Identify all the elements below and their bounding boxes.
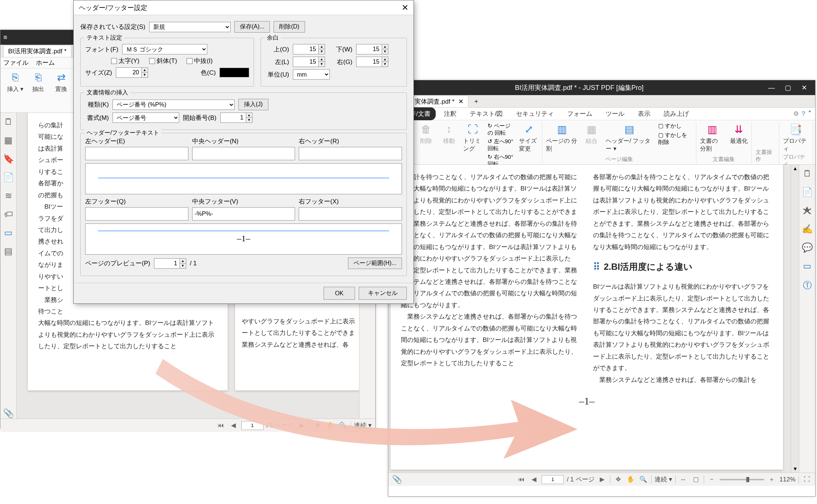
thumbs-icon[interactable]: ▦ <box>4 135 13 145</box>
notes-icon[interactable]: 🗒 <box>803 168 812 179</box>
right-footer-input[interactable] <box>299 207 402 221</box>
stamp-icon[interactable]: 🟊 <box>803 205 812 216</box>
tab-security[interactable]: セキュリティ <box>511 107 559 120</box>
kind-select[interactable]: ページ番号 (%P%) <box>113 100 235 110</box>
left-header-input[interactable] <box>85 147 188 160</box>
italic-checkbox[interactable]: 斜体(T) <box>149 57 177 65</box>
close-icon[interactable]: ✕ <box>402 3 408 13</box>
outline-checkbox[interactable]: 中抜(I) <box>187 57 212 65</box>
cancel-button[interactable]: キャンセル <box>359 287 407 300</box>
page-input[interactable] <box>542 475 564 484</box>
page-input[interactable] <box>241 421 264 430</box>
save-button[interactable]: 保存(A)... <box>234 21 270 33</box>
collapse-ribbon-icon[interactable]: ˄ <box>808 110 811 118</box>
left-spinner[interactable]: ▲▼ <box>293 57 325 67</box>
unit-select[interactable]: mm <box>293 69 330 80</box>
sign-icon[interactable]: ✍ <box>802 224 813 234</box>
startno-spinner[interactable]: ▲▼ <box>220 112 252 123</box>
font-select[interactable]: ＭＳ ゴシック <box>122 44 207 54</box>
rotate-left-button[interactable]: ↺ 左へ90° 回転 <box>488 138 514 152</box>
fullscreen-icon[interactable]: ⛶ <box>802 475 811 484</box>
format-select[interactable]: ページ番号 <box>113 112 179 123</box>
help-icon[interactable]: ? <box>802 110 805 118</box>
minimize-button[interactable]: — <box>763 80 780 95</box>
prev-page-icon[interactable]: ◀ <box>529 475 539 484</box>
cursor-icon[interactable]: ✥ <box>613 475 623 484</box>
ok-button[interactable]: OK <box>324 287 355 300</box>
replace-button[interactable]: ⇄置換 <box>52 71 70 93</box>
tab-read-aloud[interactable]: 読み上げ <box>659 107 694 120</box>
trimming-button[interactable]: ⛶トリミング <box>463 122 482 153</box>
header-footer-button[interactable]: ▤ヘッダー/ フッター ▾ <box>606 122 653 153</box>
hand-icon[interactable]: ✋ <box>325 421 335 430</box>
text-select-icon[interactable]: ▭ <box>4 228 13 238</box>
form-icon[interactable]: ▤ <box>4 246 13 256</box>
zoom-slider[interactable] <box>720 479 764 480</box>
prev-page-icon[interactable]: ◀ <box>229 421 238 430</box>
cursor-icon[interactable]: ✥ <box>313 421 322 430</box>
attachment-icon[interactable]: 📎 <box>3 408 14 419</box>
tab-annotation[interactable]: 注釈 <box>439 107 462 120</box>
split-page-button[interactable]: ▥ページの 分割 <box>546 122 577 153</box>
menu-file[interactable]: ファイル <box>3 58 29 67</box>
document-tab[interactable]: BI活用実体調査.pdf * <box>3 45 71 57</box>
split-doc-button[interactable]: ▥文書の 分割 <box>700 122 725 153</box>
maximize-button[interactable]: ▢ <box>780 80 796 95</box>
zoom-out-icon[interactable]: − <box>707 475 717 484</box>
view-mode-select[interactable]: 連続 ▾ <box>354 421 372 430</box>
doc-icon[interactable]: 📄 <box>3 172 14 182</box>
optimize-button[interactable]: ⇊最適化 <box>730 122 748 145</box>
center-header-input[interactable] <box>192 147 295 160</box>
menu-home[interactable]: ホーム <box>36 58 55 67</box>
watermark-delete-button[interactable]: ▢ すかしを削除 <box>658 132 692 146</box>
hand-icon[interactable]: ✋ <box>626 475 636 484</box>
notes-icon[interactable]: 🗒 <box>4 117 13 127</box>
attachment-icon[interactable]: 📎 <box>392 475 402 484</box>
watermark-button[interactable]: ▢ すかし <box>658 122 692 130</box>
resize-button[interactable]: ⤢サイズ変更 <box>519 122 538 153</box>
fit-page-icon[interactable]: ▢ <box>691 475 701 484</box>
first-page-icon[interactable]: ⏮ <box>516 475 526 484</box>
close-button[interactable]: ✕ <box>796 80 812 95</box>
right-header-input[interactable] <box>299 147 402 160</box>
view-mode-select[interactable]: 連続 ▾ <box>654 475 672 484</box>
tag-icon[interactable]: 🏷 <box>4 209 13 219</box>
delete-button[interactable]: 削除(D) <box>274 21 305 33</box>
preview-page-spinner[interactable]: ▲▼ <box>154 258 186 269</box>
comment-icon[interactable]: 💬 <box>802 242 813 253</box>
properties-button[interactable]: 📑プロパティ <box>783 122 809 153</box>
tab-tools[interactable]: ツール <box>600 107 630 120</box>
page-range-button[interactable]: ページ範囲(H)... <box>348 258 402 269</box>
zoom-icon[interactable]: 🔍 <box>338 421 348 430</box>
next-page-icon[interactable]: ▶ <box>597 475 607 484</box>
zoom-in-icon[interactable]: ＋ <box>767 475 777 484</box>
top-spinner[interactable]: ▲▼ <box>293 44 325 54</box>
extract-button[interactable]: ⎗抽出 <box>29 71 47 93</box>
tab-text-figure[interactable]: テキスト/図 <box>465 107 508 120</box>
text-select-icon[interactable]: ▭ <box>803 261 811 271</box>
text-type-icon[interactable]: Ⓣ <box>803 279 812 291</box>
layers-icon[interactable]: ≋ <box>5 191 12 201</box>
under-spinner[interactable]: ▲▼ <box>356 44 388 54</box>
right-spinner[interactable]: ▲▼ <box>356 57 388 67</box>
first-page-icon[interactable]: ⏮ <box>216 421 226 430</box>
new-tab-button[interactable]: ＋ <box>472 97 481 106</box>
saved-settings-select[interactable]: 新規 <box>149 22 231 32</box>
close-tab-icon[interactable]: ✕ <box>458 98 463 105</box>
insert-button[interactable]: ⎘挿入 ▾ <box>6 71 24 93</box>
bold-checkbox[interactable]: 太字(Y) <box>111 57 140 65</box>
bookmark-icon[interactable]: 🔖 <box>3 154 14 164</box>
zoom-icon[interactable]: 🔍 <box>639 475 648 484</box>
color-well[interactable] <box>220 68 249 77</box>
vertical-scrollbar[interactable]: ▴ ▾ <box>791 165 799 473</box>
tab-view[interactable]: 表示 <box>633 107 656 120</box>
rotate-page-button[interactable]: ↻ ページの 回転 <box>488 122 514 137</box>
center-footer-input[interactable] <box>192 207 295 221</box>
gear-icon[interactable]: ⚙ <box>793 110 799 118</box>
tab-form[interactable]: フォーム <box>562 107 597 120</box>
hamburger-icon[interactable]: ≡ <box>3 34 7 41</box>
doc-icon[interactable]: 📄 <box>802 187 813 197</box>
insert-button[interactable]: 挿入(J) <box>238 99 268 110</box>
left-footer-input[interactable] <box>85 207 188 221</box>
fit-width-icon[interactable]: ↔ <box>679 475 688 484</box>
